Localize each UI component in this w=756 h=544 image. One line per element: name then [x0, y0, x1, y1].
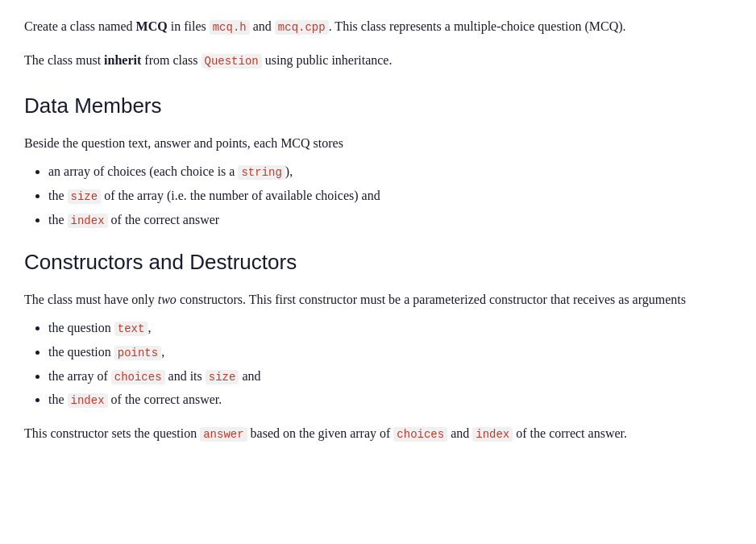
- constructors-list: the question text, the question points, …: [48, 318, 732, 409]
- constructors-section: Constructors and Destructors The class m…: [24, 246, 732, 443]
- data-members-section: Data Members Beside the question text, a…: [24, 89, 732, 230]
- intro-code-mcqcpp: mcq.cpp: [275, 20, 329, 35]
- constructors-em-two: two: [158, 293, 177, 306]
- con-item3-code1: choices: [111, 370, 165, 384]
- con-item1-text-after: ,: [147, 321, 151, 334]
- constructors-bottom-paragraph: This constructor sets the question answe…: [24, 423, 732, 444]
- bottom-code3: index: [472, 427, 513, 442]
- data-members-intro: Beside the question text, answer and poi…: [24, 133, 732, 154]
- bottom-text1: This constructor sets the question: [24, 426, 200, 440]
- con-item4-text-before: the: [48, 392, 68, 406]
- list-item: the array of choices and its size and: [48, 366, 732, 387]
- con-item3-text-before: the array of: [48, 369, 111, 383]
- list-item: the index of the correct answer.: [48, 389, 732, 410]
- bottom-text3: and: [447, 426, 472, 440]
- con-item3-text-middle: and its: [165, 369, 206, 383]
- list-item: the question text,: [48, 318, 732, 338]
- intro-paragraph: Create a class named MCQ in files mcq.h …: [24, 16, 732, 37]
- inherit-code-question: Question: [201, 54, 262, 69]
- inherit-text3: using public inheritance.: [262, 53, 393, 67]
- intro-and1: and: [250, 19, 275, 33]
- inherit-text2: from class: [141, 53, 201, 67]
- con-item3-text-after: and: [239, 369, 260, 383]
- dm-item2-text-after: of the array (i.e. the number of availab…: [101, 189, 380, 202]
- intro-bold-mcq: MCQ: [136, 19, 168, 33]
- constructors-heading: Constructors and Destructors: [24, 246, 732, 280]
- constructors-intro-after-em: constructors. This first constructor mus…: [177, 293, 686, 306]
- intro-text-before-bold: Create a class named: [24, 19, 136, 33]
- constructors-intro: The class must have only two constructor…: [24, 289, 732, 310]
- dm-item3-text-before: the: [48, 213, 68, 226]
- con-item1-code: text: [114, 322, 148, 336]
- list-item: the index of the correct answer: [48, 210, 732, 230]
- constructors-intro-before-em: The class must have only: [24, 293, 158, 306]
- inherit-bold: inherit: [104, 53, 141, 67]
- list-item: the size of the array (i.e. the number o…: [48, 185, 732, 206]
- inherit-text1: The class must: [24, 53, 104, 67]
- dm-item3-text-after: of the correct answer: [108, 213, 220, 226]
- data-members-heading: Data Members: [24, 89, 732, 123]
- dm-item3-code: index: [68, 214, 108, 228]
- dm-item1-text-before: an array of choices (each choice is a: [48, 164, 238, 178]
- intro-text-after-bold: in files: [168, 19, 210, 33]
- con-item4-text-after: of the correct answer.: [108, 392, 222, 406]
- con-item4-code: index: [68, 393, 108, 408]
- bottom-code1: answer: [200, 427, 247, 442]
- dm-item1-text-after: ),: [285, 164, 293, 178]
- con-item2-code: points: [114, 346, 161, 360]
- bottom-text4: of the correct answer.: [513, 426, 627, 440]
- data-members-list: an array of choices (each choice is a st…: [48, 161, 732, 230]
- bottom-text2: based on the given array of: [247, 426, 394, 440]
- con-item2-text-before: the question: [48, 345, 114, 359]
- dm-item1-code: string: [238, 165, 285, 180]
- con-item3-code2: size: [206, 370, 239, 384]
- inherit-paragraph: The class must inherit from class Questi…: [24, 50, 732, 71]
- bottom-code2: choices: [393, 427, 447, 442]
- con-item1-text-before: the question: [48, 321, 114, 334]
- intro-code-mcqh: mcq.h: [210, 20, 250, 35]
- con-item2-text-after: ,: [161, 345, 164, 359]
- dm-item2-text-before: the: [48, 189, 68, 202]
- intro-text-rest: . This class represents a multiple-choic…: [329, 19, 626, 33]
- list-item: the question points,: [48, 342, 732, 363]
- dm-item2-code: size: [68, 189, 102, 204]
- list-item: an array of choices (each choice is a st…: [48, 161, 732, 182]
